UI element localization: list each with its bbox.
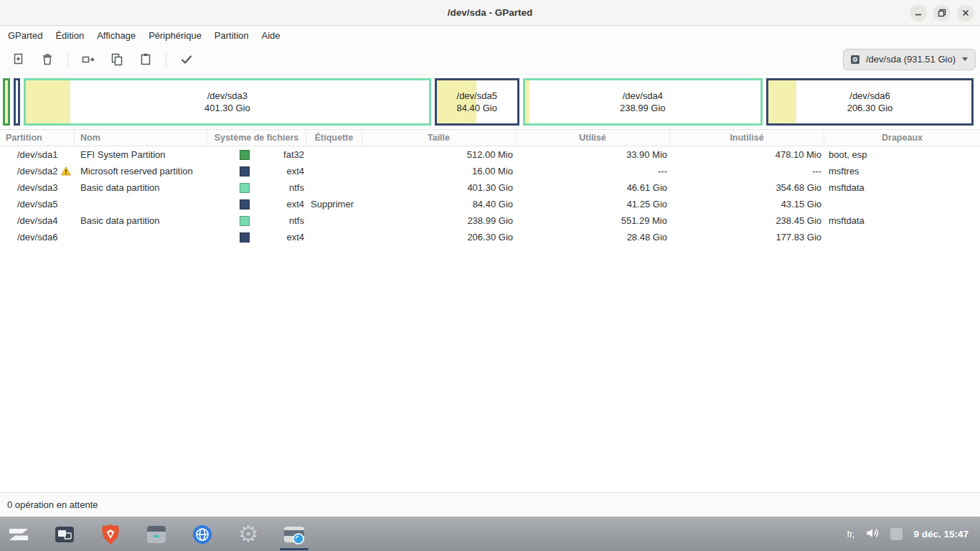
paste-button[interactable] <box>131 47 160 72</box>
cell-name: EFI System Partition <box>75 149 207 160</box>
cell-filesystem: ntfs <box>207 215 306 226</box>
menu-item-gparted[interactable]: GParted <box>1 27 49 44</box>
taskbar: ⚙ fr, 9 déc. 1 <box>0 517 980 551</box>
brave-browser-button[interactable] <box>96 519 125 550</box>
partition-segment-sda3[interactable]: /dev/sda3401.30 Gio <box>24 78 431 126</box>
cell-size: 84.40 Gio <box>362 199 516 209</box>
delete-partition-button[interactable] <box>33 47 62 72</box>
segment-device-label: /dev/sda4 <box>623 90 663 102</box>
column-header-inutilise[interactable]: Inutilisé <box>670 130 824 146</box>
workspaces-button[interactable] <box>50 519 79 550</box>
copy-button[interactable] <box>103 47 131 72</box>
partition-path: /dev/sda5 <box>17 199 57 209</box>
cell-size: 401.30 Gio <box>362 182 516 193</box>
cell-flags: msftres <box>824 166 980 176</box>
window-controls <box>910 4 974 22</box>
resize-move-button[interactable] <box>74 47 103 72</box>
filesystem-color-swatch <box>240 150 250 160</box>
menubar: GPartedÉditionAffichagePériphériqueParti… <box>0 26 980 44</box>
device-selector[interactable]: /dev/sda (931.51 Gio) <box>843 49 976 70</box>
minimize-button[interactable] <box>910 4 927 22</box>
volume-icon[interactable] <box>865 526 880 543</box>
cell-used: 41.25 Gio <box>516 199 670 209</box>
cell-name: Microsoft reserved partition <box>75 166 207 176</box>
filesystem-name: ext4 <box>286 232 304 242</box>
partition-segment-sda2[interactable] <box>14 78 21 126</box>
cell-unused: 238.45 Gio <box>670 215 824 226</box>
cell-size: 16.00 Mio <box>362 166 516 176</box>
zorin-menu-button[interactable] <box>4 519 33 550</box>
partition-segment-sda5[interactable]: /dev/sda584.40 Gio <box>435 78 519 126</box>
segment-device-label: /dev/sda6 <box>849 90 890 102</box>
cell-flags: msftdata <box>824 182 980 193</box>
column-header-taille[interactable]: Taille <box>362 130 516 146</box>
partition-segment-sda4[interactable]: /dev/sda4238.99 Gio <box>523 78 763 126</box>
tray-icon[interactable] <box>890 528 903 540</box>
cell-size: 206.30 Gio <box>362 232 516 242</box>
menu-item-peripherique[interactable]: Périphérique <box>142 27 208 44</box>
cell-used: 28.48 Gio <box>516 232 670 242</box>
restore-button[interactable] <box>933 4 951 22</box>
resize-move-icon <box>81 52 95 67</box>
cell-unused: --- <box>670 166 824 176</box>
cell-name: Basic data partition <box>75 182 207 193</box>
pending-operations-text: 0 opération en attente <box>7 499 98 510</box>
clock[interactable]: 9 déc. 15:47 <box>913 529 969 540</box>
column-header-etiquette[interactable]: Étiquette <box>306 130 362 146</box>
cell-size: 512.00 Mio <box>362 149 516 160</box>
minimize-icon <box>914 9 923 17</box>
copy-icon <box>110 52 124 67</box>
new-partition-button[interactable] <box>4 47 33 72</box>
column-header-drapeaux[interactable]: Drapeaux <box>824 130 980 146</box>
cell-size: 238.99 Gio <box>362 215 516 226</box>
keyboard-layout-indicator[interactable]: fr, <box>847 529 855 540</box>
menu-item-aide[interactable]: Aide <box>255 27 287 44</box>
close-button[interactable] <box>957 4 974 22</box>
cell-filesystem: ext4 <box>207 166 306 176</box>
cell-unused: 478.10 Mio <box>670 149 824 160</box>
column-header-systeme-de-fichiers[interactable]: Système de fichiers <box>207 130 306 146</box>
cell-filesystem: fat32 <box>207 149 306 160</box>
cell-used: --- <box>516 166 670 176</box>
cell-unused: 43.15 Gio <box>670 199 824 209</box>
desktop: /dev/sda - GParted GPartedÉditionAfficha… <box>0 0 980 551</box>
segment-size-label: 84.40 Gio <box>457 102 497 114</box>
table-row-sda3[interactable]: /dev/sda3Basic data partitionntfs401.30 … <box>0 179 980 196</box>
cell-partition: /dev/sda3 <box>0 182 75 193</box>
table-row-sda4[interactable]: /dev/sda4Basic data partitionntfs238.99 … <box>0 212 980 229</box>
filesystem-color-swatch <box>240 166 250 176</box>
partition-segment-sda6[interactable]: /dev/sda6206.30 Gio <box>766 78 974 126</box>
apply-operations-button[interactable] <box>172 47 201 72</box>
table-row-sda2[interactable]: /dev/sda2Microsoft reserved partitionext… <box>0 163 980 179</box>
delete-icon <box>40 52 55 67</box>
settings-button[interactable]: ⚙ <box>234 519 263 550</box>
table-row-sda1[interactable]: /dev/sda1EFI System Partitionfat32512.00… <box>0 146 980 163</box>
column-header-utilise[interactable]: Utilisé <box>516 130 670 146</box>
toolbar-separator <box>166 52 166 67</box>
disk-drive-icon <box>849 54 861 65</box>
partition-path: /dev/sda3 <box>17 182 57 193</box>
segment-labels: /dev/sda3401.30 Gio <box>26 80 429 123</box>
segment-size-label: 401.30 Gio <box>204 102 250 114</box>
cell-name: Basic data partition <box>75 215 207 226</box>
menu-item-edition[interactable]: Édition <box>49 27 90 44</box>
toolbar: /dev/sda (931.51 Gio) <box>0 44 980 75</box>
menu-item-affichage[interactable]: Affichage <box>90 27 142 44</box>
settings-gear-icon: ⚙ <box>237 522 259 546</box>
terminal-button[interactable] <box>142 519 171 550</box>
segment-labels: /dev/sda584.40 Gio <box>437 80 517 123</box>
partition-segment-sda1[interactable] <box>3 78 10 126</box>
column-header-nom[interactable]: Nom <box>75 130 207 146</box>
filesystem-name: ext4 <box>286 166 304 176</box>
cell-partition: /dev/sda4 <box>0 215 75 226</box>
gparted-button[interactable] <box>280 519 308 550</box>
cell-partition: /dev/sda5 <box>0 199 75 209</box>
column-header-partition[interactable]: Partition <box>0 130 75 146</box>
terminal-icon <box>146 524 167 545</box>
partition-map: /dev/sda3401.30 Gio/dev/sda584.40 Gio/de… <box>0 75 980 129</box>
segment-device-label: /dev/sda5 <box>457 90 497 102</box>
table-row-sda5[interactable]: /dev/sda5ext4Supprimer84.40 Gio41.25 Gio… <box>0 196 980 212</box>
menu-item-partition[interactable]: Partition <box>208 27 255 44</box>
software-button[interactable] <box>188 519 217 550</box>
table-row-sda6[interactable]: /dev/sda6ext4206.30 Gio28.48 Gio177.83 G… <box>0 229 980 245</box>
